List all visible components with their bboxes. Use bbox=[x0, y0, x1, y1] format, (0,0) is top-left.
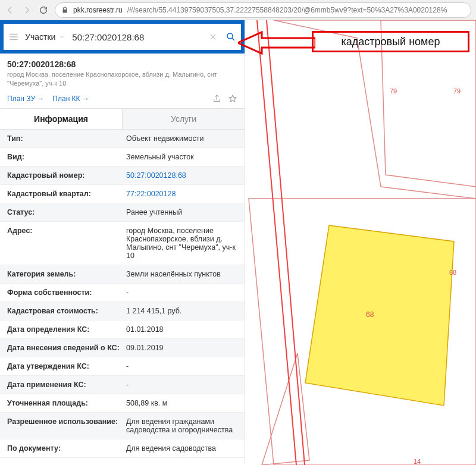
search-type-label: Участки bbox=[25, 32, 55, 42]
sidebar: Участки 50:27:0020128:68 город Москва, п… bbox=[0, 20, 245, 465]
header-address: город Москва, поселение Краснопахорское,… bbox=[7, 70, 237, 88]
nav-forward-button[interactable] bbox=[21, 5, 32, 15]
plan-kk-link[interactable]: План КК bbox=[52, 95, 89, 103]
map-parcel-label: 79 bbox=[390, 87, 397, 95]
share-icon[interactable] bbox=[212, 94, 222, 103]
lock-icon bbox=[61, 7, 68, 14]
table-row: Дата определения КС:01.01.2018 bbox=[0, 321, 245, 339]
search-input[interactable] bbox=[70, 32, 205, 42]
url-domain: pkk.rosreestr.ru bbox=[73, 6, 123, 14]
search-type-select[interactable]: Участки bbox=[24, 32, 70, 42]
url-path: /#/search/55.44139759037505,37.222275588… bbox=[127, 6, 447, 14]
table-row: Категория земель:Земли населённых пункто… bbox=[0, 265, 245, 284]
nav-reload-button[interactable] bbox=[38, 5, 49, 15]
star-icon[interactable] bbox=[228, 94, 237, 103]
header-cad-number: 50:27:0020128:68 bbox=[7, 59, 237, 69]
table-row: Адрес:город Москва, поселение Краснопахо… bbox=[0, 222, 245, 265]
annotation-arrow-icon bbox=[238, 31, 315, 55]
map-parcel-label: 68 bbox=[449, 269, 456, 276]
plan-zu-link[interactable]: План ЗУ bbox=[7, 95, 44, 103]
table-row: Дата применения КС:- bbox=[0, 376, 245, 394]
table-row: Кадастровая стоимость:1 214 415,1 руб. bbox=[0, 302, 245, 321]
clear-button[interactable] bbox=[205, 33, 221, 41]
map-parcel-label: 68 bbox=[366, 310, 374, 319]
table-row: Форма собственности:- bbox=[0, 284, 245, 302]
table-row: Дата утверждения КС:- bbox=[0, 357, 245, 376]
tabs: Информация Услуги bbox=[0, 108, 245, 130]
nav-back-button[interactable] bbox=[5, 5, 15, 15]
table-row: Кадастровый номер:50:27:0020128:68 bbox=[0, 166, 245, 185]
table-row: Уточненная площадь:508,89 кв. м bbox=[0, 394, 245, 413]
table-row: Дата внесения сведений о КС:09.01.2019 bbox=[0, 339, 245, 357]
cad-quarter-link[interactable]: 77:22:0020128 bbox=[126, 190, 237, 198]
table-row: Статус:Ранее учтенный bbox=[0, 203, 245, 222]
search-bar: Участки bbox=[0, 20, 245, 54]
url-bar[interactable]: pkk.rosreestr.ru/#/search/55.44139759037… bbox=[55, 2, 471, 18]
chevron-down-icon bbox=[59, 34, 65, 40]
svg-marker-0 bbox=[305, 225, 454, 406]
map-parcel-label: 14 bbox=[414, 458, 421, 465]
table-row: Кадастровый квартал:77:22:0020128 bbox=[0, 185, 245, 203]
browser-toolbar: pkk.rosreestr.ru/#/search/55.44139759037… bbox=[0, 0, 476, 20]
svg-point-1 bbox=[227, 33, 233, 39]
cad-number-link[interactable]: 50:27:0020128:68 bbox=[126, 171, 237, 180]
table-row: Тип:Объект недвижимости bbox=[0, 130, 245, 148]
annotation-label: кадастровый номер bbox=[312, 31, 469, 52]
table-row: Разрешенное использование:Для ведения гр… bbox=[0, 413, 245, 439]
parcel-header: 50:27:0020128:68 город Москва, поселение… bbox=[0, 54, 245, 92]
svg-marker-2 bbox=[238, 32, 315, 54]
table-row: По документу:Для ведения садоводства bbox=[0, 439, 245, 458]
map-parcel-label: 79 bbox=[453, 87, 461, 95]
table-row: Вид:Земельный участок bbox=[0, 148, 245, 166]
menu-button[interactable] bbox=[4, 32, 24, 42]
tab-info[interactable]: Информация bbox=[0, 109, 123, 129]
tab-services[interactable]: Услуги bbox=[123, 109, 245, 129]
info-table: Тип:Объект недвижимости Вид:Земельный уч… bbox=[0, 130, 245, 458]
